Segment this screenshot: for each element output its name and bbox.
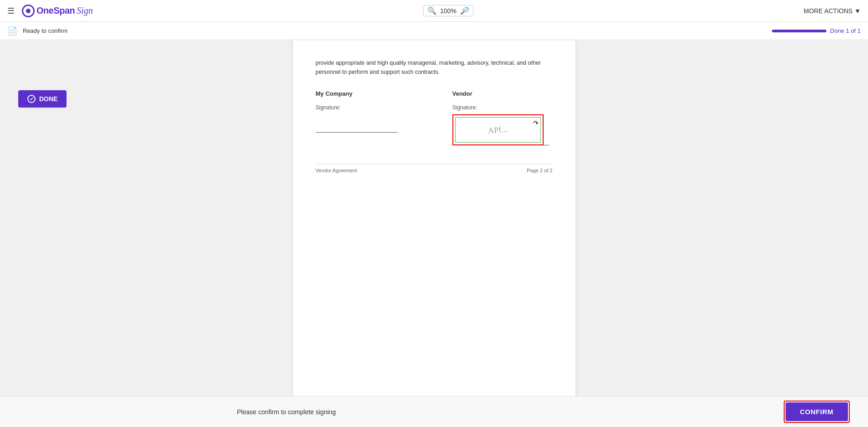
my-company-column: My Company Signature: xyxy=(316,90,416,145)
done-button-label: DONE xyxy=(39,95,57,103)
cursor-icon: ↷ xyxy=(533,119,539,127)
done-label[interactable]: Done 1 of 1 xyxy=(830,27,861,34)
sig-right-line xyxy=(544,145,549,145)
vendor-label: Vendor xyxy=(452,90,553,97)
zoom-controls: 🔍 100% 🔎 xyxy=(423,5,473,16)
my-company-label: My Company xyxy=(316,90,416,97)
logo-sign-text: Sign xyxy=(77,5,93,16)
done-button[interactable]: ✓ DONE xyxy=(18,90,67,108)
signature-image: APf... xyxy=(488,124,508,136)
header-left: ☰ OneSpan Sign xyxy=(7,5,93,17)
chevron-down-icon: ▼ xyxy=(854,7,861,15)
more-actions-label: MORE ACTIONS xyxy=(804,7,853,15)
document-page: provide appropriate and high quality man… xyxy=(293,40,575,427)
signature-box-inner[interactable]: APf... ↷ xyxy=(455,117,541,143)
more-actions-button[interactable]: MORE ACTIONS ▼ xyxy=(804,7,861,15)
done-check-icon: ✓ xyxy=(27,95,36,103)
document-footer: Vendor Agreement Page 2 of 2 xyxy=(316,164,553,173)
logo-inner-dot xyxy=(26,9,31,13)
hamburger-icon[interactable]: ☰ xyxy=(7,6,15,16)
confirm-button-wrapper: CONFIRM xyxy=(784,401,850,423)
vendor-column: Vendor Signature: APf... ↷ xyxy=(452,90,553,145)
signature-label-2: Signature: xyxy=(452,104,553,111)
signature-label-1: Signature: xyxy=(316,104,416,111)
signature-box-container[interactable]: APf... ↷ xyxy=(452,114,544,145)
header: ☰ OneSpan Sign 🔍 100% 🔎 MORE ACTIONS ▼ xyxy=(0,0,868,22)
document-body-text: provide appropriate and high quality man… xyxy=(316,58,553,77)
logo-circle-icon xyxy=(22,5,35,17)
sub-header: 📄 Ready to confirm Done 1 of 1 xyxy=(0,22,868,40)
sub-header-right: Done 1 of 1 xyxy=(772,27,861,34)
signature-red-border: APf... ↷ xyxy=(452,114,544,145)
done-button-container: ✓ DONE xyxy=(18,90,67,108)
zoom-value: 100% xyxy=(440,7,457,15)
confirm-button[interactable]: CONFIRM xyxy=(786,402,848,421)
zoom-in-icon[interactable]: 🔎 xyxy=(460,6,469,15)
document-area: provide appropriate and high quality man… xyxy=(0,40,868,427)
page-number: Page 2 of 2 xyxy=(527,168,552,173)
progress-bar-fill xyxy=(772,30,827,32)
doc-name: Vendor Agreement xyxy=(316,168,357,173)
progress-bar xyxy=(772,30,827,32)
status-text: Ready to confirm xyxy=(23,27,67,34)
header-right: MORE ACTIONS ▼ xyxy=(804,7,861,15)
document-icon: 📄 xyxy=(7,26,17,36)
zoom-out-icon[interactable]: 🔍 xyxy=(427,6,437,15)
sub-header-left: 📄 Ready to confirm xyxy=(7,26,67,36)
logo-text: OneSpan xyxy=(36,5,75,16)
main-area: ✓ DONE provide appropriate and high qual… xyxy=(0,40,868,427)
my-company-sig-line xyxy=(316,114,398,133)
confirm-bar: Please confirm to complete signing CONFI… xyxy=(0,396,868,427)
confirm-message: Please confirm to complete signing xyxy=(237,408,336,416)
logo: OneSpan Sign xyxy=(22,5,93,17)
signature-section: My Company Signature: Vendor Signature: … xyxy=(316,90,553,145)
